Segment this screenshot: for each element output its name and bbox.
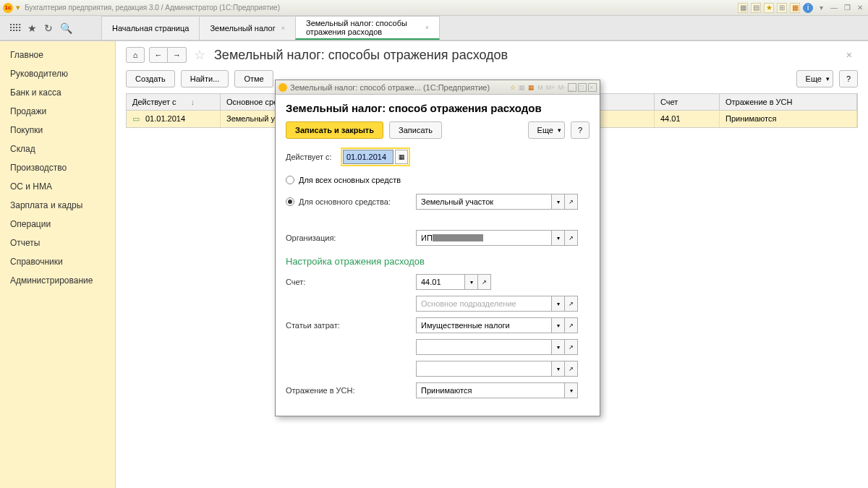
dlg-min-icon[interactable]: _ — [568, 83, 576, 92]
toolbar-icon-4[interactable]: ⊞ — [777, 3, 787, 13]
open-icon[interactable]: ↗ — [565, 194, 578, 210]
account-input[interactable] — [416, 274, 465, 290]
usn-input[interactable] — [416, 382, 565, 398]
apps-icon[interactable]: ⠿⠿ — [9, 22, 20, 34]
org-combo[interactable]: ИП ▾ ↗ — [416, 230, 578, 246]
row-org: Организация: ИП ▾ ↗ — [286, 230, 590, 246]
search-icon[interactable]: 🔍 — [60, 22, 72, 34]
dialog-title: Земельный налог: способ отражения расход… — [286, 102, 590, 114]
sidebar-item-bank[interactable]: Банк и касса — [0, 83, 115, 102]
chevron-down-icon[interactable]: ▾ — [565, 382, 578, 398]
help-button[interactable]: ? — [839, 70, 858, 87]
minimize-icon[interactable]: — — [829, 3, 839, 13]
col-account[interactable]: Счет — [655, 94, 720, 110]
dropdown-icon[interactable]: ▾ — [16, 3, 20, 12]
cost-item-combo[interactable]: ▾ ↗ — [416, 317, 578, 333]
subdiv-input[interactable] — [416, 296, 552, 312]
calendar-icon[interactable]: ▦ — [790, 3, 800, 13]
usn-combo[interactable]: ▾ — [416, 382, 578, 398]
dlg-close-icon[interactable]: × — [588, 83, 597, 92]
find-button[interactable]: Найти... — [181, 70, 229, 87]
dialog-more-button[interactable]: Еще — [528, 121, 565, 139]
chevron-down-icon[interactable]: ▾ — [552, 194, 565, 210]
sidebar-item-admin[interactable]: Администрирование — [0, 271, 115, 290]
open-icon[interactable]: ↗ — [565, 339, 578, 355]
sidebar-item-reports[interactable]: Отчеты — [0, 234, 115, 252]
dialog-help-button[interactable]: ? — [571, 121, 590, 139]
open-icon[interactable]: ↗ — [478, 274, 491, 290]
content-header: ⌂ ← → ☆ Земельный налог: способы отражен… — [126, 47, 858, 63]
tab-start[interactable]: Начальная страница — [101, 16, 200, 40]
close-icon[interactable]: ✕ — [855, 3, 865, 13]
chevron-down-icon[interactable]: ▾ — [552, 230, 565, 246]
date-input[interactable] — [343, 150, 393, 164]
dlg-max-icon[interactable]: □ — [578, 83, 587, 92]
toolbar-icon-2[interactable]: ▤ — [751, 3, 761, 13]
asset-input[interactable] — [416, 194, 552, 210]
extra-combo-1[interactable]: ▾ ↗ — [416, 339, 578, 355]
back-button[interactable]: ← — [149, 47, 168, 63]
cost-item-input[interactable] — [416, 317, 552, 333]
tab-land-tax[interactable]: Земельный налог× — [199, 16, 296, 40]
forward-button[interactable]: → — [168, 47, 187, 63]
tab-land-tax-methods[interactable]: Земельный налог: способы отражения расхо… — [295, 16, 440, 40]
sidebar-item-operations[interactable]: Операции — [0, 215, 115, 234]
tab-close-icon[interactable]: × — [281, 25, 285, 32]
label-cost-item: Статьи затрат: — [286, 321, 416, 330]
dropdown-icon-2[interactable]: ▾ — [816, 3, 826, 13]
sidebar-item-assets[interactable]: ОС и НМА — [0, 177, 115, 196]
sidebar-item-salary[interactable]: Зарплата и кадры — [0, 196, 115, 215]
chevron-down-icon[interactable]: ▾ — [465, 274, 478, 290]
open-icon[interactable]: ↗ — [565, 317, 578, 333]
account-combo[interactable]: ▾ ↗ — [416, 274, 491, 290]
cancel-button[interactable]: Отме — [234, 70, 273, 87]
save-close-button[interactable]: Записать и закрыть — [286, 121, 383, 139]
radio-one-asset[interactable] — [286, 197, 294, 206]
open-icon[interactable]: ↗ — [565, 296, 578, 312]
app-logo-icon: 1c — [3, 3, 13, 13]
date-picker-icon[interactable]: ▦ — [395, 150, 408, 164]
history-icon[interactable]: ↻ — [44, 22, 53, 34]
toolbar-icon-1[interactable]: ▦ — [738, 3, 748, 13]
create-button[interactable]: Создать — [126, 70, 175, 87]
dlg-cal-icon[interactable]: ▦ — [527, 84, 535, 91]
dlg-grid-icon[interactable]: ▦ — [518, 84, 526, 91]
col-valid-from[interactable]: Действует с↓ — [127, 94, 221, 110]
chevron-down-icon[interactable]: ▾ — [552, 339, 565, 355]
sidebar-item-refs[interactable]: Справочники — [0, 252, 115, 271]
m-plus-icon[interactable]: M+ — [545, 84, 556, 91]
chevron-down-icon[interactable]: ▾ — [552, 296, 565, 312]
col-usn[interactable]: Отражение в УСН — [720, 94, 857, 110]
page-close-icon[interactable]: × — [841, 49, 858, 61]
dlg-fav-icon[interactable]: ☆ — [509, 84, 516, 91]
save-button[interactable]: Записать — [389, 121, 442, 139]
sidebar-item-purchases[interactable]: Покупки — [0, 121, 115, 140]
radio-all-assets[interactable] — [286, 176, 294, 184]
favorite-icon[interactable]: ☆ — [194, 47, 205, 63]
sidebar-item-warehouse[interactable]: Склад — [0, 140, 115, 158]
maximize-icon[interactable]: ❐ — [842, 3, 852, 13]
chevron-down-icon[interactable]: ▾ — [552, 317, 565, 333]
sidebar-item-sales[interactable]: Продажи — [0, 102, 115, 121]
sidebar-item-manager[interactable]: Руководителю — [0, 64, 115, 83]
info-icon[interactable]: i — [803, 3, 813, 13]
cell-date: ▭01.01.2014 — [127, 111, 221, 127]
toolbar-icon-3[interactable]: ★ — [764, 3, 774, 13]
more-button[interactable]: Еще — [796, 70, 833, 87]
m-minus-icon[interactable]: M- — [558, 84, 567, 91]
home-button[interactable]: ⌂ — [126, 47, 145, 63]
extra-input-1[interactable] — [416, 339, 552, 355]
subdiv-combo[interactable]: ▾ ↗ — [416, 296, 578, 312]
chevron-down-icon[interactable]: ▾ — [552, 361, 565, 377]
tab-close-icon[interactable]: × — [425, 24, 429, 31]
sidebar-item-main[interactable]: Главное — [0, 46, 115, 64]
open-icon[interactable]: ↗ — [565, 361, 578, 377]
m-icon[interactable]: M — [537, 84, 544, 91]
star-icon[interactable]: ★ — [27, 22, 37, 34]
extra-input-2[interactable] — [416, 361, 552, 377]
open-icon[interactable]: ↗ — [565, 230, 578, 246]
asset-combo[interactable]: ▾ ↗ — [416, 194, 578, 210]
label-org: Организация: — [286, 234, 416, 242]
sidebar-item-production[interactable]: Производство — [0, 158, 115, 177]
extra-combo-2[interactable]: ▾ ↗ — [416, 361, 578, 377]
